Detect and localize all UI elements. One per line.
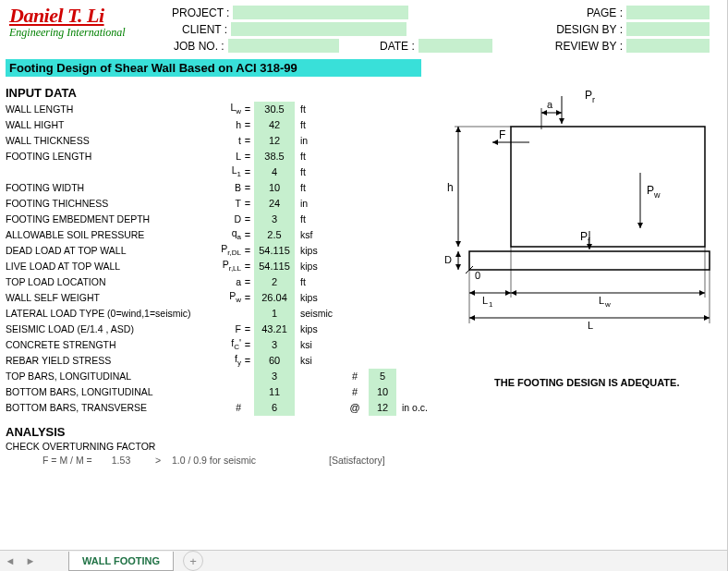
header-block: Daniel T. Li Engineering International P… xyxy=(6,4,722,59)
bar-size-value[interactable]: 12 xyxy=(369,400,396,416)
tab-wall-footing[interactable]: WALL FOOTING xyxy=(68,552,174,571)
svg-text:w: w xyxy=(653,190,661,200)
svg-text:F: F xyxy=(499,128,505,141)
analysis-heading: ANALYSIS xyxy=(6,425,722,439)
input-value[interactable]: 4 xyxy=(254,164,295,180)
input-value[interactable]: 42 xyxy=(254,117,295,133)
input-unit: ft xyxy=(295,102,341,117)
input-value[interactable]: 54.115 xyxy=(254,259,295,274)
input-desc: CONCRETE STRENGTH xyxy=(6,337,204,353)
input-value[interactable]: 6 xyxy=(254,400,295,416)
input-value[interactable]: 54.115 xyxy=(254,243,295,259)
input-value[interactable]: 3 xyxy=(254,369,295,384)
input-symbol: Pr,LL xyxy=(204,257,241,276)
input-unit: ft xyxy=(295,164,341,180)
svg-text:0: 0 xyxy=(475,270,480,281)
page-value[interactable] xyxy=(626,6,710,19)
input-unit: ft xyxy=(295,117,341,133)
svg-text:w: w xyxy=(604,300,611,309)
input-unit: ksi xyxy=(295,337,341,353)
analysis-result-value: 1.53 xyxy=(98,455,144,468)
svg-text:f: f xyxy=(588,237,590,246)
input-value[interactable]: 10 xyxy=(254,180,295,196)
analysis-formula: F = M / M = xyxy=(6,455,98,468)
input-desc: LATERAL LOAD TYPE (0=wind,1=seismic) xyxy=(6,306,204,322)
bar-size-value[interactable]: 5 xyxy=(369,369,396,384)
input-value[interactable]: 24 xyxy=(254,196,295,212)
equals-sign: = xyxy=(241,196,254,212)
svg-text:L: L xyxy=(482,295,488,306)
add-sheet-icon[interactable]: + xyxy=(183,551,203,571)
input-value[interactable]: 43.21 xyxy=(254,322,295,337)
input-desc: BOTTOM BARS, TRANSVERSE xyxy=(6,400,204,416)
equals-sign: = xyxy=(241,164,254,180)
input-value[interactable]: 30.5 xyxy=(254,102,295,117)
tab-next-icon[interactable]: ► xyxy=(20,551,41,571)
svg-text:L: L xyxy=(599,295,604,306)
equals-sign: = xyxy=(241,117,254,133)
input-unit: ft xyxy=(295,180,341,196)
project-label: PROJECT : xyxy=(172,6,229,19)
page-label: PAGE : xyxy=(540,6,623,19)
design-adequate-message: THE FOOTING DESIGN IS ADEQUATE. xyxy=(494,377,679,388)
equals-sign: = xyxy=(241,322,254,337)
svg-text:P: P xyxy=(580,230,588,243)
input-unit: in xyxy=(295,133,341,149)
equals-sign: = xyxy=(241,337,254,353)
equals-sign: = xyxy=(241,102,254,117)
svg-text:a: a xyxy=(547,99,553,110)
reviewby-value[interactable] xyxy=(626,39,710,53)
footing-diagram: Pr a F Pw h Pf D 0 xyxy=(442,85,719,344)
input-unit: ksf xyxy=(295,227,341,243)
input-value[interactable]: 2.5 xyxy=(254,227,295,243)
section-title: Footing Design of Shear Wall Based on AC… xyxy=(6,59,421,77)
input-value[interactable]: 60 xyxy=(254,353,295,369)
input-desc: WALL THICKNESS xyxy=(6,133,204,149)
input-unit: kips xyxy=(295,322,341,337)
input-desc: FOOTING THICHNESS xyxy=(6,196,204,212)
input-unit: kips xyxy=(295,259,341,274)
logo-subtitle: Engineering International xyxy=(9,26,126,40)
input-unit: kips xyxy=(295,243,341,259)
equals-sign: = xyxy=(241,274,254,290)
input-value[interactable]: 12 xyxy=(254,133,295,149)
input-value[interactable]: 26.04 xyxy=(254,290,295,306)
input-symbol: fy xyxy=(204,351,241,371)
reviewby-label: REVIEW BY : xyxy=(540,40,623,53)
designby-label: DESIGN BY : xyxy=(540,23,623,36)
client-label: CLIENT : xyxy=(182,23,227,36)
input-desc: BOTTOM BARS, LONGITUDINAL xyxy=(6,384,204,400)
input-desc: WALL LENGTH xyxy=(6,102,204,117)
input-symbol: # xyxy=(204,400,241,416)
input-symbol: B xyxy=(204,180,241,196)
equals-sign: = xyxy=(241,243,254,259)
svg-text:P: P xyxy=(585,89,592,102)
equals-sign: = xyxy=(241,259,254,274)
input-desc: DEAD LOAD AT TOP WALL xyxy=(6,243,204,259)
input-value[interactable]: 2 xyxy=(254,274,295,290)
svg-text:h: h xyxy=(447,181,454,194)
input-value[interactable]: 3 xyxy=(254,337,295,353)
input-unit: seismic xyxy=(295,306,341,322)
project-value[interactable] xyxy=(233,6,408,19)
input-row: BOTTOM BARS, TRANSVERSE#6@12in o.c. xyxy=(6,400,722,416)
svg-text:L: L xyxy=(588,320,593,331)
input-value[interactable]: 38.5 xyxy=(254,149,295,164)
input-value[interactable]: 3 xyxy=(254,212,295,227)
input-symbol: Pw xyxy=(204,288,241,308)
designby-value[interactable] xyxy=(626,22,710,36)
bar-size-value[interactable]: 10 xyxy=(369,384,396,400)
input-value[interactable]: 1 xyxy=(254,306,295,322)
client-value[interactable] xyxy=(231,22,406,36)
input-value[interactable]: 11 xyxy=(254,384,295,400)
date-label: DATE : xyxy=(380,40,415,53)
analysis-criterion: 1.0 / 0.9 for seismic xyxy=(172,455,301,468)
tab-prev-icon[interactable]: ◄ xyxy=(0,551,20,571)
date-value[interactable] xyxy=(419,39,492,53)
equals-sign: = xyxy=(241,353,254,369)
equals-sign: = xyxy=(241,227,254,243)
logo-name: Daniel T. Li xyxy=(9,4,126,28)
jobno-label: JOB NO. : xyxy=(174,40,224,53)
jobno-value[interactable] xyxy=(228,39,339,53)
input-desc: TOP LOAD LOCATION xyxy=(6,274,204,290)
